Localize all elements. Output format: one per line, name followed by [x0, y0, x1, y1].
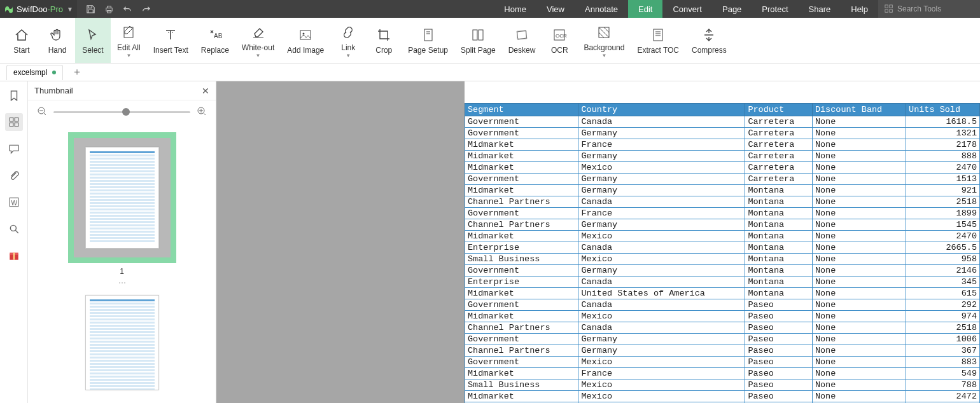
table-row: GovernmentGermanyCarreteraNone1513 — [465, 174, 980, 185]
ribbon-replace[interactable]: ABReplace — [195, 18, 235, 63]
search-tools[interactable] — [878, 0, 980, 18]
svg-rect-3 — [885, 5, 888, 8]
sidebar-attachments[interactable] — [5, 167, 23, 184]
menu-help[interactable]: Help — [841, 0, 878, 18]
table-row: Channel PartnersGermanyPaseoNone367 — [465, 345, 980, 357]
toc-icon — [650, 27, 666, 43]
text-icon — [163, 27, 178, 43]
svg-rect-18 — [517, 31, 526, 39]
zoom-in-icon[interactable] — [197, 106, 207, 118]
left-sidebar: W — [0, 81, 28, 403]
table-row: EnterpriseCanadaMontanaNone345 — [465, 277, 980, 288]
table-row: MidmarketGermanyCarreteraNone888 — [465, 151, 980, 162]
search-tools-input[interactable] — [897, 4, 967, 13]
sidebar-gift[interactable] — [5, 247, 23, 264]
menu-convert[interactable]: Convert — [662, 0, 712, 18]
compress-icon — [701, 27, 717, 43]
ribbon-select[interactable]: Select — [75, 18, 111, 63]
ribbon-link[interactable]: Link▼ — [330, 18, 366, 63]
ribbon-extract-toc[interactable]: Extract TOC — [631, 18, 685, 63]
ribbon-start[interactable]: Start — [4, 18, 39, 63]
main-area: W Thumbnail ✕ 1 ⋯ SegmentCountr — [0, 81, 980, 403]
ribbon-ocr[interactable]: OCROCR — [542, 18, 577, 63]
col-segment: Segment — [465, 104, 578, 116]
table-row: Channel PartnersCanadaMontanaNone2518 — [465, 196, 980, 208]
crop-icon — [376, 27, 391, 43]
ribbon-page-setup[interactable]: Page Setup — [402, 18, 454, 63]
ribbon-deskew[interactable]: Deskew — [502, 18, 542, 63]
table-row: GovernmentGermanyMontanaNone2146 — [465, 265, 980, 277]
ribbon-compress[interactable]: Compress — [685, 18, 733, 63]
table-row: Channel PartnersCanadaPaseoNone2518 — [465, 322, 980, 334]
ribbon-add-image[interactable]: Add Image — [281, 18, 330, 63]
thumbnail-2[interactable] — [85, 295, 159, 390]
bg-icon — [596, 24, 612, 41]
save-icon[interactable] — [86, 4, 95, 14]
data-table: SegmentCountryProductDiscount BandUnits … — [465, 103, 980, 403]
svg-rect-6 — [890, 10, 892, 12]
menu-page[interactable]: Page — [712, 0, 752, 18]
svg-rect-26 — [10, 118, 13, 121]
redo-icon[interactable] — [141, 4, 151, 14]
document-page: SegmentCountryProductDiscount BandUnits … — [465, 81, 980, 403]
titlebar: SwifDoo-Pro ▼ HomeViewAnnotateEditConver… — [0, 0, 980, 18]
document-tab[interactable]: excelsmpl — [6, 65, 63, 80]
menu-share[interactable]: Share — [799, 0, 841, 18]
ribbon-background[interactable]: Background▼ — [577, 18, 631, 63]
svg-rect-15 — [473, 30, 477, 40]
menu-annotate[interactable]: Annotate — [575, 0, 628, 18]
ocr-icon: OCR — [552, 27, 567, 43]
thumbnail-panel: Thumbnail ✕ 1 ⋯ — [28, 81, 216, 403]
svg-point-32 — [10, 225, 16, 231]
thumbnail-close-icon[interactable]: ✕ — [202, 86, 209, 96]
undo-icon[interactable] — [123, 4, 132, 14]
quick-access-toolbar — [77, 4, 160, 14]
table-row: GovernmentCanadaPaseoNone292 — [465, 299, 980, 311]
table-row: MidmarketMexicoMontanaNone2470 — [465, 231, 980, 242]
slider-knob[interactable] — [122, 108, 130, 116]
cursor-icon — [85, 27, 101, 43]
thumbnail-zoom — [28, 100, 216, 123]
ribbon-white-out[interactable]: White-out▼ — [235, 18, 281, 63]
svg-rect-16 — [479, 30, 483, 40]
thumbnail-1[interactable]: 1 ⋯ — [68, 132, 176, 287]
thumbnail-title: Thumbnail — [34, 86, 73, 95]
sidebar-word[interactable]: W — [5, 193, 23, 211]
ribbon-edit: StartHandSelectEdit All▼Insert TextABRep… — [0, 18, 980, 64]
document-viewport[interactable]: SegmentCountryProductDiscount BandUnits … — [216, 81, 980, 403]
add-tab-button[interactable]: ＋ — [68, 65, 86, 79]
ribbon-edit-all[interactable]: Edit All▼ — [111, 18, 147, 63]
svg-rect-1 — [108, 6, 111, 8]
menu-view[interactable]: View — [536, 0, 575, 18]
table-row: MidmarketGermanyMontanaNone921 — [465, 185, 980, 196]
main-menu: HomeViewAnnotateEditConvertPageProtectSh… — [494, 0, 878, 18]
thumbnail-zoom-slider[interactable] — [53, 111, 190, 113]
col-product: Product — [745, 104, 812, 116]
ribbon-split-page[interactable]: Split Page — [454, 18, 502, 63]
editall-icon — [121, 24, 136, 41]
menu-home[interactable]: Home — [494, 0, 536, 18]
sidebar-thumbnails[interactable] — [5, 113, 23, 131]
svg-text:AB: AB — [214, 32, 223, 39]
print-icon[interactable] — [104, 4, 114, 14]
table-row: Channel PartnersGermanyMontanaNone1545 — [465, 219, 980, 231]
menu-edit[interactable]: Edit — [628, 0, 662, 18]
tab-modified-dot-icon — [52, 71, 56, 74]
ribbon-hand[interactable]: Hand — [39, 18, 75, 63]
menu-protect[interactable]: Protect — [752, 0, 798, 18]
brand-swifdoo: SwifDoo — [17, 4, 47, 14]
svg-rect-5 — [885, 10, 888, 12]
image-icon — [298, 27, 313, 43]
svg-text:OCR: OCR — [556, 33, 567, 39]
ribbon-insert-text[interactable]: Insert Text — [147, 18, 195, 63]
sidebar-bookmarks[interactable] — [5, 86, 23, 104]
pagesetup-icon — [421, 27, 436, 43]
ribbon-crop[interactable]: Crop — [366, 18, 402, 63]
sidebar-search[interactable] — [5, 220, 23, 238]
brand-menu[interactable]: SwifDoo-Pro ▼ — [0, 0, 77, 18]
zoom-out-icon[interactable] — [37, 106, 47, 118]
svg-rect-4 — [890, 5, 892, 8]
brand-pro: -Pro — [47, 4, 63, 14]
svg-line-39 — [44, 113, 46, 115]
sidebar-comments[interactable] — [5, 140, 23, 158]
